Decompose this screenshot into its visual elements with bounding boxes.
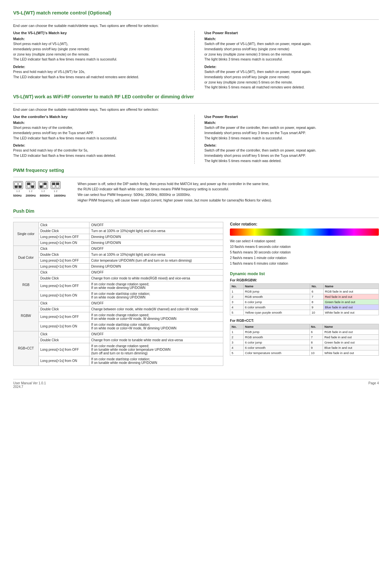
table-row: Long press[>1s] from ONIf on color mode …	[13, 322, 223, 331]
description-cell: If on color mode change rotation speed; …	[89, 281, 223, 291]
table-row: 2RGB smooth7Red fade in and out	[230, 334, 379, 340]
section2-left-match-text: Short press match key of the controller,…	[13, 125, 188, 141]
pwm-title: PWM frequency setting	[13, 168, 379, 173]
push-dim-table: Single colorClickON/OFFDouble ClickTurn …	[13, 222, 223, 366]
table-row: Long press[>1s] from OFFIf on color mode…	[13, 281, 223, 291]
action-cell: Click	[38, 246, 89, 251]
group-cell: RGBW	[13, 300, 39, 331]
section2-right: Use Power Restart Match: Switch off the …	[201, 115, 379, 164]
description-cell: ON/OFF	[89, 246, 223, 251]
section2-left-match-label: Match:	[13, 121, 188, 125]
rotation-speed-item: We can select 4 rotation speed:	[230, 238, 379, 244]
section1-left-delete-text: Press and hold match key of V5-L(WT) for…	[13, 69, 188, 80]
push-dim-right: Color rotation: We can select 4 rotation…	[230, 222, 379, 366]
description-cell: If on color mode start/stop color rotati…	[89, 356, 223, 366]
table-cell: White fade in and out	[323, 310, 379, 315]
table-cell: Blue fade in and out	[323, 345, 379, 350]
description-cell: If on color mode start/stop color rotati…	[89, 291, 223, 300]
table-cell: 1	[230, 329, 244, 334]
description-cell: If on color mode change rotation speed; …	[89, 343, 223, 356]
dynamic-mode-label: Dynamic mode list	[230, 272, 379, 276]
table-cell: RGB smooth	[244, 334, 310, 340]
table-cell: 9	[309, 345, 323, 350]
section1-title: V5-L(WT) match remote control (Optional)	[13, 10, 379, 15]
table-row: Long press[>1s] from ONDimming UP/DOWN	[13, 240, 223, 246]
description-cell: ON/OFF	[89, 222, 223, 228]
action-cell: Long press[>1s] from ON	[38, 322, 89, 331]
table-cell: 3	[230, 299, 244, 304]
action-cell: Double Click	[38, 275, 89, 281]
dip-2000hz: 1 2	[26, 181, 36, 193]
pwm-text1: When power is off, select the DIP switch…	[78, 181, 379, 187]
dip-8000hz: 1 2	[38, 181, 48, 193]
rotation-speed-item: 5 flash/s means 30 seconds color rotatio…	[230, 250, 379, 255]
table-cell: 10	[309, 350, 323, 355]
footer-right: Page 4	[368, 381, 379, 389]
table-cell: 8	[309, 340, 323, 345]
section1-intro: End user can choose the suitable match/d…	[13, 24, 379, 28]
section1-left-match-text: Short press match key of V5-L(WT), immed…	[13, 41, 188, 62]
section2-left-delete-text: Press and hold match key of the controll…	[13, 148, 188, 158]
table-row: 46 color smooth9Blue fade in and out	[230, 304, 379, 310]
divider3	[13, 177, 379, 177]
push-dim-left: Single colorClickON/OFFDouble ClickTurn …	[13, 222, 223, 366]
table-row: RGBClickON/OFF	[13, 269, 223, 275]
table-cell: RGB smooth	[243, 294, 310, 299]
divider1	[13, 19, 379, 20]
freq-2000: 2000Hz	[26, 194, 36, 197]
pwm-text: When power is off, select the DIP switch…	[78, 181, 379, 203]
table-cell: 6 color jump	[244, 340, 310, 345]
section1-right-delete-text: Switch off the power of V5-L(WT), then s…	[205, 69, 379, 90]
description-cell: If on color mode change rotation speed; …	[89, 312, 223, 322]
section1-left: Use the V5-L(WT)'s Match key Match: Shor…	[13, 31, 195, 90]
table-row: RGB+CCTClickON/OFF	[13, 331, 223, 337]
table-row: Long press[>1s] from OFFIf on color mode…	[13, 312, 223, 322]
table-row: 1RGB jump6RGB fade in and out	[230, 329, 379, 334]
pwm-text4: Higher PWM frequency, will cause lower o…	[78, 198, 379, 203]
section2-left: Use the controller's Match key Match: Sh…	[13, 115, 195, 164]
action-cell: Double Click	[38, 228, 89, 234]
table-cell: Yellow cyan purple smooth	[243, 310, 310, 315]
description-cell: Change from color mode to white mode(RGB…	[89, 275, 223, 281]
section1-right-delete-label: Delete:	[205, 65, 379, 69]
pwm-section: 1 2 1 2 1 2	[13, 181, 379, 203]
description-cell: Dimming UP/DOWN	[89, 240, 223, 246]
section1-right-match-label: Match:	[205, 37, 379, 41]
pwm-images: 1 2 1 2 1 2	[13, 181, 61, 193]
table-header: No.	[230, 283, 244, 289]
table-cell: RGB jump	[243, 289, 310, 294]
action-cell: Long press[>1s] from OFF	[38, 343, 89, 356]
table-cell: RGB fade in and out	[323, 289, 379, 294]
push-dim-section: Single colorClickON/OFFDouble ClickTurn …	[13, 222, 379, 366]
table-header: Name	[244, 324, 310, 329]
description-cell: Color temperature UP/DOWN (turn off and …	[89, 257, 223, 263]
description-cell: Change from color mode to tunable white …	[89, 337, 223, 343]
table-cell: Red fade in and out	[323, 334, 379, 340]
freq-500: 500Hz	[13, 194, 22, 197]
table-row: 36 color jump8Green fade in and out	[230, 340, 379, 345]
rgb-cct-table: No.NameNo.Name1RGB jump6RGB fade in and …	[230, 324, 379, 356]
table-row: Double ClickChange between color mode, w…	[13, 306, 223, 312]
description-cell: ON/OFF	[89, 269, 223, 275]
table-cell: 4	[230, 345, 244, 350]
section2-columns: Use the controller's Match key Match: Sh…	[13, 115, 379, 164]
section1-left-match-label: Match:	[13, 37, 188, 41]
table-header: Name	[323, 324, 379, 329]
action-cell: Double Click	[38, 306, 89, 312]
divider2	[13, 103, 379, 104]
rotation-speeds: We can select 4 rotation speed:10 flash/…	[230, 238, 379, 266]
section1-right-heading: Use Power Restart	[205, 31, 379, 35]
table-cell: 6	[310, 289, 324, 294]
table-header: Name	[243, 283, 310, 289]
freq-16000: 16000Hz	[54, 194, 66, 197]
action-cell: Double Click	[38, 337, 89, 343]
table-cell: 5	[230, 310, 244, 315]
for-rgb-cct-label: For RGB+CCT:	[230, 319, 379, 322]
table-cell: RGB jump	[244, 329, 310, 334]
table-row: Double ClickChange from color mode to wh…	[13, 275, 223, 281]
table-row: Long press[>1s] from ONIf on color mode …	[13, 356, 223, 366]
section2-left-heading: Use the controller's Match key	[13, 115, 188, 119]
dip-500hz: 1 2	[13, 181, 23, 193]
action-cell: Long press[>1s] from OFF	[38, 257, 89, 263]
section2-intro: End user can choose the suitable match/d…	[13, 107, 379, 111]
